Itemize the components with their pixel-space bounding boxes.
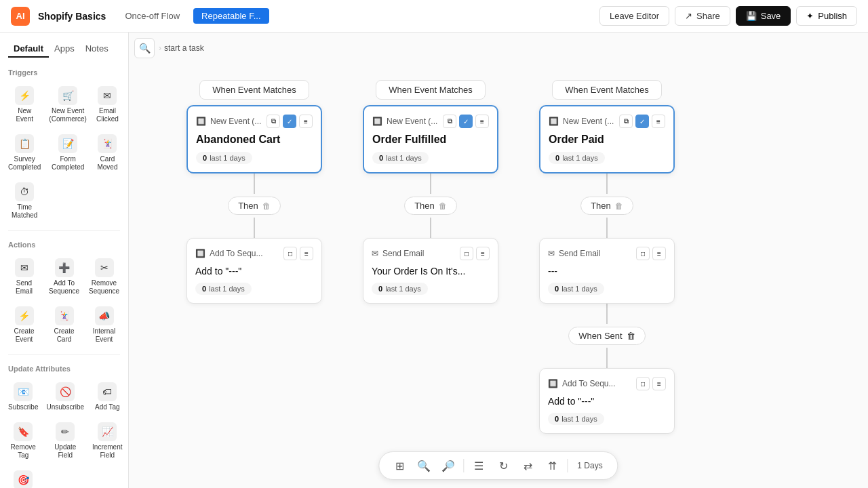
action-card-1[interactable]: 🔲 Add To Sequ... □ ≡ Add to "---" 0 last… xyxy=(186,238,322,304)
event-1-copy-btn[interactable]: ⧉ xyxy=(267,115,280,128)
sidebar-item-card-moved[interactable]: 🃏 Card Moved xyxy=(92,130,123,176)
flow-diagram: When Event Matches 🔲 New Event (... ⧉ ✓ … xyxy=(129,66,868,454)
new-event-commerce-icon: 🛒 xyxy=(58,86,77,105)
action-card-3-type: Send Email xyxy=(559,249,632,258)
sidebar-item-survey-completed[interactable]: 📋 Survey Completed xyxy=(5,130,43,176)
bottom-tool-flow[interactable]: ↻ xyxy=(494,456,513,475)
connector-1a xyxy=(254,174,255,194)
sidebar-item-update-field[interactable]: ✏ Update Field xyxy=(43,418,87,464)
sidebar-item-send-email[interactable]: ✉ Send Email xyxy=(5,254,43,300)
sidebar-item-add-tag[interactable]: 🏷 Add Tag xyxy=(90,378,125,415)
action-3-toggle-btn[interactable]: □ xyxy=(636,247,650,260)
publish-icon: ✦ xyxy=(806,11,814,21)
when-event-matches-2: When Event Matches xyxy=(376,80,486,100)
sub-action-3-menu-btn[interactable]: ≡ xyxy=(652,377,666,390)
then-button-1[interactable]: Then 🗑 xyxy=(228,197,281,215)
when-sent-button[interactable]: When Sent 🗑 xyxy=(568,327,645,345)
triggers-grid: ⚡ New Event 🛒 New Event (Commerce) ✉ Ema… xyxy=(0,79,128,226)
share-icon: ↗ xyxy=(685,11,692,21)
sub-action-card-3-stat-label: last 1 days xyxy=(561,415,597,423)
bottom-tool-list[interactable]: ☰ xyxy=(469,456,488,475)
remove-sequence-icon: ✂ xyxy=(95,258,114,277)
publish-button[interactable]: ✦ Publish xyxy=(796,6,857,26)
event-card-3[interactable]: 🔲 New Event (... ⧉ ✓ ≡ Order Paid 0 last xyxy=(539,105,675,174)
event-1-toggle-btn[interactable]: ✓ xyxy=(283,115,296,128)
sub-action-card-3-stat-num: 0 xyxy=(555,415,559,423)
when-sent-trash-icon: 🗑 xyxy=(627,331,635,341)
repeatable-tab[interactable]: Repeatable F... xyxy=(193,8,269,24)
once-off-tab[interactable]: Once-off Flow xyxy=(117,8,188,24)
action-card-1-actions: □ ≡ xyxy=(283,247,313,260)
event-3-copy-btn[interactable]: ⧉ xyxy=(619,115,633,128)
connector-2b xyxy=(430,218,431,238)
card-moved-icon: 🃏 xyxy=(98,134,117,153)
sub-action-card-3-name: Add to "---" xyxy=(548,396,666,407)
bottom-tool-share[interactable]: ⇈ xyxy=(542,456,561,475)
leave-editor-button[interactable]: Leave Editor xyxy=(599,6,669,26)
action-card-3[interactable]: ✉ Send Email □ ≡ --- 0 last 1 days xyxy=(539,238,675,304)
event-2-copy-btn[interactable]: ⧉ xyxy=(443,115,456,128)
sidebar-item-increment-field[interactable]: 📈 Increment Field xyxy=(90,418,125,464)
sidebar-item-remove-tag[interactable]: 🔖 Remove Tag xyxy=(5,418,41,464)
bottom-tool-grid[interactable]: ⊞ xyxy=(390,456,409,475)
topbar-actions: Leave Editor ↗ Share 💾 Save ✦ Publish xyxy=(599,6,857,26)
flow-tabs: Once-off Flow Repeatable F... xyxy=(117,8,269,24)
bottom-tool-zoom-out[interactable]: 🔎 xyxy=(439,456,458,475)
sidebar-tab-apps[interactable]: Apps xyxy=(49,41,80,58)
trash-icon-1: 🗑 xyxy=(262,201,271,211)
sidebar-tabs: Default Apps Notes xyxy=(0,41,128,63)
event-card-2[interactable]: 🔲 New Event (... ⧉ ✓ ≡ Order Fulfilled 0 xyxy=(363,105,498,174)
event-card-3-actions: ⧉ ✓ ≡ xyxy=(619,115,665,128)
event-3-toggle-btn[interactable]: ✓ xyxy=(635,115,649,128)
sidebar-tab-notes[interactable]: Notes xyxy=(80,41,114,58)
sidebar-item-internal-event[interactable]: 📣 Internal Event xyxy=(85,302,123,348)
email-clicked-icon: ✉ xyxy=(98,86,117,105)
canvas-search-button[interactable]: 🔍 xyxy=(134,38,155,58)
sidebar-item-time-matched[interactable]: ⏱ Time Matched xyxy=(5,178,43,224)
sidebar-item-create-card[interactable]: 🃏 Create Card xyxy=(45,302,83,348)
action-3-menu-btn[interactable]: ≡ xyxy=(652,247,666,260)
sidebar-item-unsubscribe[interactable]: 🚫 Unsubscribe xyxy=(43,378,87,415)
sidebar-item-subscribe[interactable]: 📧 Subscribe xyxy=(5,378,41,415)
event-1-menu-btn[interactable]: ≡ xyxy=(299,115,313,128)
internal-event-icon: 📣 xyxy=(95,306,114,325)
sidebar-item-remove-sequence[interactable]: ✂ Remove Sequence xyxy=(85,254,123,300)
action-1-menu-btn[interactable]: ≡ xyxy=(300,247,313,260)
main-layout: Default Apps Notes Triggers ⚡ New Event … xyxy=(0,33,868,488)
event-3-menu-btn[interactable]: ≡ xyxy=(652,115,665,128)
then-button-2[interactable]: Then 🗑 xyxy=(404,197,457,215)
then-button-3[interactable]: Then 🗑 xyxy=(580,197,633,215)
sidebar-tab-default[interactable]: Default xyxy=(8,41,49,58)
sidebar-item-new-event[interactable]: ⚡ New Event xyxy=(5,82,43,127)
action-card-2[interactable]: ✉ Send Email □ ≡ Your Order Is On It's..… xyxy=(363,238,498,304)
sub-action-card-3-type: Add To Sequ... xyxy=(562,379,632,388)
action-1-toggle-btn[interactable]: □ xyxy=(283,247,297,260)
save-button[interactable]: 💾 Save xyxy=(736,6,791,26)
bottom-tool-merge[interactable]: ⇄ xyxy=(518,456,537,475)
bottom-tool-zoom-in[interactable]: 🔍 xyxy=(414,456,433,475)
sub-action-3-toggle-btn[interactable]: □ xyxy=(636,377,650,390)
sidebar-item-mark-goal[interactable]: 🎯 Mark Goal xyxy=(5,466,41,488)
event-2-toggle-btn[interactable]: ✓ xyxy=(459,115,473,128)
connector-1b xyxy=(254,218,255,238)
when-event-matches-1: When Event Matches xyxy=(199,80,309,100)
action-card-1-stat: 0 last 1 days xyxy=(195,283,252,295)
event-card-1[interactable]: 🔲 New Event (... ⧉ ✓ ≡ Abandoned Cart 0 … xyxy=(186,105,322,174)
sidebar-item-add-to-sequence[interactable]: ➕ Add To Sequence xyxy=(45,254,83,300)
sidebar-item-email-clicked[interactable]: ✉ Email Clicked xyxy=(92,82,123,127)
actions-grid: ✉ Send Email ➕ Add To Sequence ✂ Remove … xyxy=(0,251,128,350)
sub-action-card-3-actions: □ ≡ xyxy=(636,377,666,390)
sidebar-item-create-event[interactable]: ⚡ Create Event xyxy=(5,302,43,348)
event-2-menu-btn[interactable]: ≡ xyxy=(475,115,489,128)
send-email-icon: ✉ xyxy=(15,258,34,277)
sidebar-item-form-completed[interactable]: 📝 Form Completed xyxy=(46,130,90,176)
sub-action-card-3-icon: 🔲 xyxy=(548,379,558,388)
sidebar-item-new-event-commerce[interactable]: 🛒 New Event (Commerce) xyxy=(46,82,90,127)
share-button[interactable]: ↗ Share xyxy=(675,6,730,26)
event-card-3-type: New Event (... xyxy=(563,117,615,126)
sub-action-card-3[interactable]: 🔲 Add To Sequ... □ ≡ Add to "---" 0 last… xyxy=(539,368,675,434)
action-2-toggle-btn[interactable]: □ xyxy=(460,247,473,260)
action-card-3-stat-label: last 1 days xyxy=(561,285,597,293)
event-card-2-actions: ⧉ ✓ ≡ xyxy=(443,115,489,128)
action-2-menu-btn[interactable]: ≡ xyxy=(476,247,490,260)
